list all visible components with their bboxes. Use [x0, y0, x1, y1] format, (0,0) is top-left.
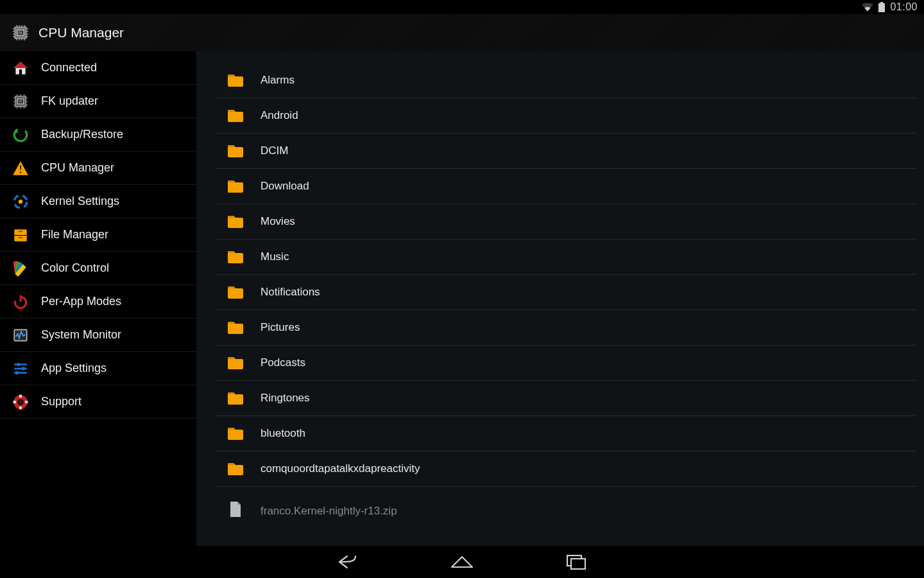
- status-time: 01:00: [890, 1, 918, 13]
- folder-icon: [227, 215, 244, 229]
- battery-icon: [878, 2, 885, 12]
- folder-icon: [227, 179, 244, 193]
- lifebuoy-icon: ?: [12, 393, 30, 411]
- wifi-icon: [862, 3, 873, 12]
- svg-text:?: ?: [19, 399, 22, 405]
- list-item[interactable]: Android: [216, 98, 916, 134]
- file-manager-content: Alarms Android DCIM Download Movies Musi…: [196, 51, 924, 546]
- svg-point-52: [17, 362, 20, 365]
- svg-point-39: [19, 199, 23, 204]
- list-item[interactable]: Ringtones: [216, 381, 916, 416]
- list-item[interactable]: Notifications: [216, 275, 916, 310]
- sliders-icon: [12, 360, 30, 378]
- sidebar: Connected FK FK updater: [0, 51, 196, 546]
- power-icon: [12, 293, 30, 311]
- restore-icon: [12, 126, 30, 144]
- svg-point-56: [15, 371, 19, 374]
- sidebar-item-fk-updater[interactable]: FK FK updater: [0, 85, 196, 118]
- monitor-icon: [12, 326, 30, 344]
- sidebar-item-label: Support: [41, 395, 81, 408]
- file-name: Notifications: [261, 286, 320, 299]
- svg-rect-43: [19, 237, 23, 238]
- title-bar: FK CPU Manager: [0, 14, 924, 51]
- file-name: comquoordtapatalkxdapreactivity: [261, 462, 420, 475]
- file-name: Alarms: [261, 74, 295, 87]
- file-name: Movies: [261, 215, 295, 228]
- sidebar-item-label: Backup/Restore: [41, 128, 123, 141]
- list-item[interactable]: Alarms: [216, 63, 916, 98]
- app-title: CPU Manager: [38, 25, 124, 40]
- list-item[interactable]: Music: [216, 240, 916, 275]
- svg-rect-40: [14, 229, 27, 235]
- sidebar-item-connected[interactable]: Connected: [0, 51, 196, 85]
- svg-text:FK: FK: [19, 100, 23, 103]
- sidebar-item-label: File Manager: [41, 228, 108, 241]
- svg-rect-59: [19, 394, 22, 397]
- sidebar-item-kernel-settings[interactable]: Kernel Settings: [0, 185, 196, 218]
- folder-icon: [227, 285, 244, 299]
- sidebar-item-label: FK updater: [41, 94, 98, 108]
- file-name: Download: [261, 180, 309, 193]
- file-name: franco.Kernel-nightly-r13.zip: [261, 505, 397, 518]
- list-item[interactable]: Pictures: [216, 310, 916, 346]
- folder-icon: [227, 356, 244, 370]
- folder-icon: [227, 320, 244, 335]
- sidebar-item-label: App Settings: [41, 362, 107, 375]
- file-icon: [227, 502, 244, 516]
- list-item[interactable]: bluetooth: [216, 416, 916, 451]
- chip-icon: FK: [12, 92, 30, 110]
- svg-rect-0: [880, 2, 883, 3]
- swatch-icon: [12, 259, 30, 277]
- file-name: DCIM: [261, 144, 288, 157]
- list-item[interactable]: Podcasts: [216, 346, 916, 381]
- folder-icon: [227, 462, 244, 476]
- file-name: Pictures: [261, 321, 300, 334]
- svg-rect-60: [19, 407, 22, 409]
- svg-rect-42: [19, 231, 23, 232]
- file-name: Podcasts: [261, 356, 305, 369]
- sidebar-item-per-app-modes[interactable]: Per-App Modes: [0, 285, 196, 319]
- file-name: bluetooth: [261, 427, 305, 440]
- nav-home-button[interactable]: [447, 550, 477, 574]
- sidebar-item-cpu-manager[interactable]: CPU Manager: [0, 152, 196, 185]
- list-item[interactable]: Movies: [216, 204, 916, 240]
- nav-recent-button[interactable]: [561, 550, 592, 574]
- svg-rect-65: [571, 559, 585, 569]
- folder-icon: [227, 426, 244, 441]
- android-nav-bar: [0, 546, 924, 578]
- sidebar-item-system-monitor[interactable]: System Monitor: [0, 319, 196, 352]
- sidebar-item-file-manager[interactable]: File Manager: [0, 218, 196, 252]
- file-list[interactable]: Alarms Android DCIM Download Movies Musi…: [196, 63, 924, 512]
- status-bar: 01:00: [0, 0, 924, 14]
- list-item[interactable]: comquoordtapatalkxdapreactivity: [216, 451, 916, 487]
- svg-rect-1: [878, 3, 885, 12]
- app-chip-icon: FK: [12, 24, 30, 42]
- file-name: Ringtones: [261, 392, 310, 405]
- sidebar-item-app-settings[interactable]: App Settings: [0, 352, 196, 385]
- list-item[interactable]: Download: [216, 169, 916, 204]
- sidebar-item-support[interactable]: ? Support: [0, 385, 196, 419]
- sidebar-item-color-control[interactable]: Color Control: [0, 252, 196, 285]
- file-name: Android: [261, 109, 298, 122]
- svg-text:FK: FK: [19, 31, 23, 35]
- svg-rect-41: [14, 236, 27, 241]
- sidebar-item-label: Color Control: [41, 261, 109, 275]
- list-item[interactable]: franco.Kernel-nightly-r13.zip: [216, 487, 916, 512]
- svg-point-37: [19, 133, 22, 136]
- list-item[interactable]: DCIM: [216, 134, 916, 169]
- nav-back-button[interactable]: [332, 550, 363, 574]
- folder-icon: [227, 250, 244, 264]
- target-icon: [12, 193, 30, 211]
- folder-icon: [227, 391, 244, 405]
- folder-icon: [227, 144, 244, 158]
- sidebar-item-label: Kernel Settings: [41, 195, 119, 208]
- file-name: Music: [261, 250, 289, 263]
- sidebar-item-label: Connected: [41, 61, 97, 74]
- sidebar-item-label: System Monitor: [41, 328, 121, 342]
- svg-rect-49: [20, 295, 22, 302]
- drawer-icon: [12, 226, 30, 244]
- sidebar-item-backup-restore[interactable]: Backup/Restore: [0, 118, 196, 152]
- svg-rect-62: [25, 401, 28, 403]
- svg-rect-61: [13, 401, 16, 403]
- home-icon: [12, 59, 30, 77]
